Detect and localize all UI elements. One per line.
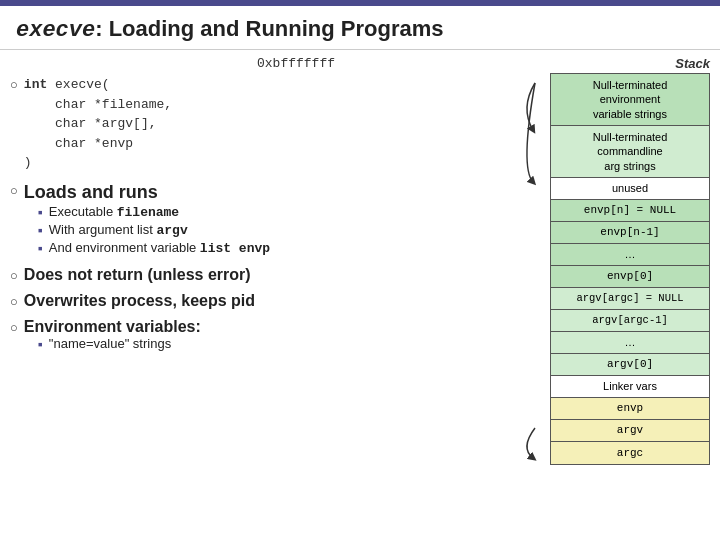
sub-text-envp: And environment variable list envp bbox=[49, 240, 270, 256]
argv-argc1-text: argv[argc-1] bbox=[592, 314, 668, 328]
sub-text-argv: With argument list argv bbox=[49, 222, 188, 238]
envp0-text: envp[0] bbox=[607, 269, 653, 283]
sub-item-envp: ▪ And environment variable list envp bbox=[38, 240, 270, 256]
stack-row-argv-dots: … bbox=[551, 332, 709, 354]
header-rest: Loading and Running Programs bbox=[103, 16, 444, 41]
argv-null-text: argv[argc] = NULL bbox=[576, 292, 683, 306]
right-panel: Stack Null-terminatedenvironmentvariable… bbox=[515, 56, 710, 534]
bullet-overwrites: ○ Overwrites process, keeps pid bbox=[10, 292, 505, 310]
sub-text-namevalue: "name=value" strings bbox=[49, 336, 171, 351]
left-panel: 0xbfffffff ○ int execve( char *filename,… bbox=[10, 56, 515, 534]
envp-var-text: envp bbox=[617, 401, 643, 415]
cmd-strings-text: Null-terminatedcommandlinearg strings bbox=[593, 130, 668, 173]
loads-runs-block: Loads and runs ▪ Executable filename ▪ W… bbox=[24, 181, 270, 258]
bullet-circle-3: ○ bbox=[10, 268, 18, 283]
argv-mono: argv bbox=[156, 223, 187, 238]
address-value: 0xbfffffff bbox=[257, 56, 335, 71]
unused-text: unused bbox=[612, 181, 648, 195]
filename-mono: filename bbox=[117, 205, 179, 220]
argv-dots-text: … bbox=[625, 335, 636, 349]
loads-runs-label: Loads and runs bbox=[24, 181, 270, 204]
envp-dots-text: … bbox=[625, 247, 636, 261]
env-vars-label: Environment variables: bbox=[24, 318, 201, 336]
stack-arrows bbox=[515, 78, 555, 540]
stack-row-argv-var: argv bbox=[551, 420, 709, 442]
bullet-loads: ○ Loads and runs ▪ Executable filename ▪… bbox=[10, 181, 505, 258]
stack-row-envp-n1: envp[n-1] bbox=[551, 222, 709, 244]
sub-item-argv: ▪ With argument list argv bbox=[38, 222, 270, 238]
overwrites-label: Overwrites process, keeps pid bbox=[24, 292, 255, 310]
page-title: execve: Loading and Running Programs bbox=[16, 16, 704, 43]
stack-label: Stack bbox=[515, 56, 710, 71]
list-envp-mono: list envp bbox=[200, 241, 270, 256]
bullet-env-vars: ○ Environment variables: ▪ "name=value" … bbox=[10, 318, 505, 354]
bullet-circle-4: ○ bbox=[10, 294, 18, 309]
bullet-circle-5: ○ bbox=[10, 320, 18, 335]
address-label: 0xbfffffff bbox=[10, 56, 505, 71]
page-header: execve: Loading and Running Programs bbox=[0, 6, 720, 50]
argv0-text: argv[0] bbox=[607, 357, 653, 371]
sub-item-filename: ▪ Executable filename bbox=[38, 204, 270, 220]
argv-var-text: argv bbox=[617, 423, 643, 437]
envp-null-text: envp[n] = NULL bbox=[584, 203, 676, 217]
sub-bullet-4: ▪ bbox=[38, 336, 43, 352]
stack-row-argv-null: argv[argc] = NULL bbox=[551, 288, 709, 310]
stack-row-linker: Linker vars bbox=[551, 376, 709, 398]
stack-row-argv-argc1: argv[argc-1] bbox=[551, 310, 709, 332]
execve-code: int execve( char *filename, char *argv[]… bbox=[24, 75, 172, 173]
no-return-label: Does not return (unless error) bbox=[24, 266, 251, 284]
env-strings-text: Null-terminatedenvironmentvariable strin… bbox=[593, 78, 668, 121]
stack-row-argv0: argv[0] bbox=[551, 354, 709, 376]
envp-n1-text: envp[n-1] bbox=[600, 225, 659, 239]
stack-row-env-strings: Null-terminatedenvironmentvariable strin… bbox=[551, 74, 709, 126]
bullet-no-return: ○ Does not return (unless error) bbox=[10, 266, 505, 284]
code-int: int bbox=[24, 77, 47, 92]
header-colon: : bbox=[95, 16, 102, 41]
stack-row-envp-null: envp[n] = NULL bbox=[551, 200, 709, 222]
stack-row-unused: unused bbox=[551, 178, 709, 200]
execve-mono: execve bbox=[16, 18, 95, 43]
sub-item-namevalue: ▪ "name=value" strings bbox=[38, 336, 201, 352]
stack-row-envp0: envp[0] bbox=[551, 266, 709, 288]
main-content: 0xbfffffff ○ int execve( char *filename,… bbox=[0, 50, 720, 540]
sub-bullet-2: ▪ bbox=[38, 222, 43, 238]
stack-row-envp-var: envp bbox=[551, 398, 709, 420]
stack-row-cmd-strings: Null-terminatedcommandlinearg strings bbox=[551, 126, 709, 178]
argc-var-text: argc bbox=[617, 446, 643, 460]
env-vars-block: Environment variables: ▪ "name=value" st… bbox=[24, 318, 201, 354]
bullet-circle-2: ○ bbox=[10, 183, 18, 198]
bullet-circle-1: ○ bbox=[10, 77, 18, 92]
sub-bullet-1: ▪ bbox=[38, 204, 43, 220]
stack-row-argc-var: argc bbox=[551, 442, 709, 464]
sub-text-filename: Executable filename bbox=[49, 204, 179, 220]
stack-container: Null-terminatedenvironmentvariable strin… bbox=[550, 73, 710, 465]
bullet-execve: ○ int execve( char *filename, char *argv… bbox=[10, 75, 505, 173]
stack-row-envp-dots: … bbox=[551, 244, 709, 266]
sub-bullet-3: ▪ bbox=[38, 240, 43, 256]
linker-text: Linker vars bbox=[603, 379, 657, 393]
